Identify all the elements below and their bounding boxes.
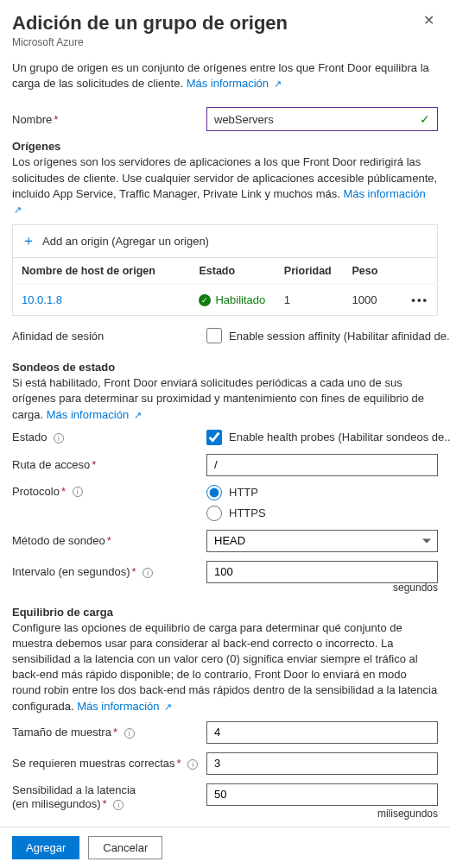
info-icon[interactable]: i [124, 728, 135, 739]
intro-learn-more-label: Más información [187, 77, 269, 90]
health-probes-desc: Si está habilitado, Front Door enviará s… [12, 375, 438, 423]
latency-unit: milisegundos [206, 808, 438, 820]
col-priority: Prioridad [276, 258, 344, 285]
interval-unit: segundos [206, 582, 438, 594]
successful-samples-input[interactable] [206, 752, 438, 775]
probe-path-label: Ruta de acceso* [12, 458, 206, 471]
origins-table: Nombre de host de origen Estado Priorida… [12, 257, 438, 316]
panel-title: Adición de un grupo de origen [12, 12, 288, 35]
successful-samples-label-text: Se requieren muestras correctas [12, 757, 175, 770]
latency-input[interactable] [206, 783, 438, 806]
protocol-https-label: HTTPS [229, 506, 266, 519]
probe-status-label: Estado i [12, 431, 206, 443]
name-label: Nombre* [12, 113, 206, 126]
protocol-http-label: HTTP [229, 486, 258, 499]
protocol-https-radio[interactable] [206, 506, 222, 521]
intro-learn-more-link[interactable]: Más información ↗ [187, 77, 282, 90]
panel-subtitle: Microsoft Azure [12, 36, 288, 48]
health-probes-learn-more-link[interactable]: Más información ↗ [47, 408, 142, 421]
interval-label: Intervalo (en segundos)* i [12, 565, 206, 578]
interval-label-text: Intervalo (en segundos) [12, 565, 130, 578]
success-icon: ✓ [199, 294, 211, 306]
intro-text: Un grupo de origen es un conjunto de orí… [12, 60, 438, 91]
external-link-icon: ↗ [274, 79, 282, 89]
external-link-icon: ↗ [14, 204, 22, 215]
health-probes-checkbox-label: Enable health probes (Habilitar sondeos … [229, 431, 450, 443]
name-input[interactable]: webServers ✓ [206, 107, 438, 131]
info-icon[interactable]: i [143, 568, 153, 578]
more-icon[interactable]: ••• [411, 293, 428, 306]
health-probes-learn-more-label: Más información [47, 408, 129, 421]
health-probes-title: Sondeos de estado [12, 361, 438, 374]
load-balancing-learn-more-label: Más información [77, 700, 159, 713]
add-origin-button[interactable]: ＋ Add an origin (Agregar un origen) [12, 224, 438, 257]
origins-desc: Los orígenes son los servidores de aplic… [12, 154, 438, 217]
latency-label-line1: Sensibilidad a la latencia [12, 783, 136, 796]
interval-input[interactable] [206, 561, 438, 583]
protocol-label-text: Protocolo [12, 485, 60, 498]
origin-priority: 1 [276, 285, 344, 316]
external-link-icon: ↗ [134, 410, 142, 420]
sample-size-input[interactable] [206, 721, 438, 744]
latency-label: Sensibilidad a la latencia (en milisegun… [12, 783, 206, 812]
table-row: 10.0.1.8 ✓ Habilitado 1 1000 ••• [13, 285, 438, 316]
col-status: Estado [190, 258, 275, 285]
probe-method-label-text: Método de sondeo [12, 534, 105, 547]
cancel-button[interactable]: Cancelar [88, 836, 162, 859]
origins-title: Orígenes [12, 140, 438, 153]
col-weight: Peso [344, 258, 403, 285]
load-balancing-desc-text: Configure las opciones de equilibrio de … [12, 621, 437, 713]
load-balancing-learn-more-link[interactable]: Más información ↗ [77, 700, 172, 713]
status-badge: ✓ Habilitado [199, 293, 266, 306]
info-icon[interactable]: i [73, 487, 83, 497]
session-affinity-label: Afinidad de sesión [12, 330, 206, 343]
probe-path-input[interactable] [206, 454, 438, 476]
footer: Agregar Cancelar [0, 827, 450, 868]
latency-label-line2: (en milisegundos) [12, 797, 101, 810]
add-origin-label: Add an origin (Agregar un origen) [42, 235, 209, 248]
sample-size-label: Tamaño de muestra* i [12, 726, 206, 739]
probe-method-label: Método de sondeo* [12, 534, 206, 547]
info-icon[interactable]: i [113, 800, 124, 810]
probe-method-select[interactable]: HEAD [206, 530, 438, 552]
load-balancing-title: Equilibrio de carga [12, 606, 438, 619]
probe-path-label-text: Ruta de acceso [12, 458, 90, 471]
protocol-label: Protocolo* i [12, 485, 206, 498]
info-icon[interactable]: i [187, 759, 198, 770]
probe-status-label-text: Estado [12, 431, 47, 443]
close-icon[interactable]: ✕ [420, 12, 438, 29]
info-icon[interactable]: i [54, 433, 64, 443]
plus-icon: ＋ [22, 232, 35, 250]
origin-host-link[interactable]: 10.0.1.8 [22, 293, 62, 306]
status-text: Habilitado [215, 293, 265, 306]
check-icon: ✓ [420, 112, 430, 126]
origins-learn-more-label: Más información [343, 187, 425, 200]
add-button[interactable]: Agregar [12, 836, 79, 859]
successful-samples-label: Se requieren muestras correctas* i [12, 757, 206, 770]
external-link-icon: ↗ [164, 701, 172, 712]
name-label-text: Nombre [12, 113, 52, 126]
name-input-value: webServers [214, 113, 420, 126]
protocol-http-radio[interactable] [206, 485, 222, 500]
origin-weight: 1000 [344, 285, 403, 316]
load-balancing-desc: Configure las opciones de equilibrio de … [12, 620, 438, 714]
sample-size-label-text: Tamaño de muestra [12, 726, 111, 739]
col-host: Nombre de host de origen [13, 258, 191, 285]
session-affinity-checkbox-label: Enable session affinity (Habilitar afini… [229, 330, 450, 343]
session-affinity-checkbox[interactable] [206, 328, 222, 343]
health-probes-checkbox[interactable] [206, 430, 222, 445]
